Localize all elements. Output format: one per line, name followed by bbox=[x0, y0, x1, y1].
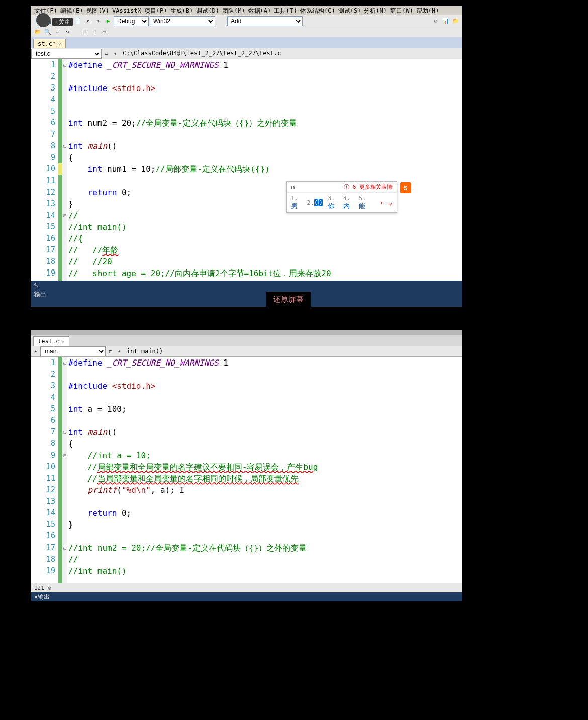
menu-item[interactable]: 项目(P) bbox=[143, 7, 168, 15]
code-line[interactable]: // short age = 20;//向内存申请2个字节=16bit位，用来存… bbox=[67, 267, 462, 279]
file-tab[interactable]: test.c × bbox=[33, 336, 69, 346]
code-line[interactable] bbox=[67, 94, 462, 106]
code-line[interactable] bbox=[67, 369, 462, 380]
code-line[interactable]: // //20 bbox=[67, 256, 462, 267]
code-line[interactable]: //{ bbox=[67, 233, 462, 244]
code-line[interactable]: int num2 = 20;//全局变量-定义在代码块（{}）之外的变量 bbox=[67, 117, 462, 129]
ime-candidate[interactable]: 1.男 bbox=[291, 194, 302, 211]
code-line[interactable]: // bbox=[67, 554, 462, 565]
menu-item[interactable]: 测试(S) bbox=[337, 7, 362, 15]
code-line[interactable]: //int main() bbox=[67, 221, 462, 233]
code-line[interactable]: #define _CRT_SECURE_NO_WARNINGS 1 bbox=[67, 357, 462, 369]
indent-icon[interactable]: ≡ bbox=[79, 28, 88, 37]
code-line[interactable] bbox=[67, 496, 462, 507]
code-editor[interactable]: 12345678910111213141516171819⊟⊟⊟#define … bbox=[31, 59, 462, 281]
nav-icon[interactable]: ↩ bbox=[53, 28, 62, 37]
menu-item[interactable]: 生成(B) bbox=[169, 7, 194, 15]
code-area[interactable]: #define _CRT_SECURE_NO_WARNINGS 1#includ… bbox=[67, 357, 462, 583]
code-line[interactable]: //int num2 = 20;//全局变量-定义在代码块（{}）之外的变量 bbox=[67, 542, 462, 554]
run-icon[interactable]: ▶ bbox=[104, 17, 113, 26]
redo-icon[interactable]: ↷ bbox=[93, 17, 103, 26]
fold-margin[interactable]: ⊟⊟⊟⊟ bbox=[62, 357, 67, 583]
platform-select[interactable]: Win32 bbox=[150, 16, 215, 26]
code-line[interactable]: #include <stdio.h> bbox=[67, 380, 462, 392]
code-line[interactable]: //int a = 10; bbox=[67, 449, 462, 461]
nav-icon[interactable]: 📂 bbox=[33, 28, 42, 37]
tool-icon[interactable]: ⚙ bbox=[431, 17, 440, 26]
code-line[interactable]: return 0; bbox=[67, 507, 462, 519]
indent-icon[interactable]: ≡ bbox=[89, 28, 99, 37]
code-line[interactable]: { bbox=[67, 152, 462, 163]
nav-btn-icon[interactable]: ⇄ bbox=[106, 347, 115, 356]
menu-item[interactable]: 分析(N) bbox=[363, 7, 388, 15]
close-icon[interactable]: × bbox=[58, 41, 61, 47]
code-line[interactable]: int num1 = 10;//局部变量-定义在代码块({}) bbox=[67, 163, 462, 175]
code-line[interactable] bbox=[67, 392, 462, 403]
code-area[interactable]: #define _CRT_SECURE_NO_WARNINGS 1#includ… bbox=[67, 59, 462, 281]
goto-icon[interactable]: ✦ bbox=[115, 347, 124, 356]
code-line[interactable]: { bbox=[67, 438, 462, 449]
tool-icon[interactable]: 📁 bbox=[451, 17, 460, 26]
comment-icon[interactable]: ▭ bbox=[100, 28, 109, 37]
menu-item[interactable]: 工具(T) bbox=[273, 7, 298, 15]
code-line[interactable] bbox=[67, 129, 462, 140]
menu-item[interactable]: 团队(M) bbox=[221, 7, 246, 15]
code-line[interactable]: //局部变量和全局变量的名字建议不要相同-容易误会，产生bug bbox=[67, 461, 462, 473]
code-line[interactable]: //int main() bbox=[67, 565, 462, 577]
ime-next-icon[interactable]: ⌄ bbox=[388, 199, 393, 206]
ime-prev-icon[interactable]: › bbox=[379, 199, 383, 206]
paste-icon[interactable]: 📄 bbox=[73, 17, 82, 26]
find-select[interactable]: Add bbox=[227, 16, 303, 26]
follow-button[interactable]: +关注 bbox=[52, 18, 73, 26]
code-line[interactable]: int main() bbox=[67, 426, 462, 438]
undo-icon[interactable]: ↶ bbox=[83, 17, 92, 26]
scope-select[interactable]: test.c bbox=[31, 49, 102, 59]
code-line[interactable]: int main() bbox=[67, 140, 462, 152]
menu-item[interactable]: VAssistX bbox=[111, 7, 142, 14]
code-line[interactable]: int a = 100; bbox=[67, 403, 462, 415]
menu-item[interactable]: 编辑(E) bbox=[59, 7, 84, 15]
menu-item[interactable]: 调试(D) bbox=[195, 7, 220, 15]
menu-item[interactable]: 数据(A) bbox=[247, 7, 272, 15]
code-line[interactable]: } bbox=[67, 198, 462, 210]
code-editor[interactable]: 12345678910111213141516171819⊟⊟⊟⊟#define… bbox=[31, 357, 462, 583]
code-line[interactable]: // bbox=[67, 210, 462, 221]
ime-candidate[interactable]: 5.能 bbox=[359, 194, 369, 211]
code-line[interactable]: //当局部变量和全局变量的名字相同的时候，局部变量优先 bbox=[67, 473, 462, 484]
ime-hint[interactable]: ⓘ 6 更多相关表情 bbox=[344, 183, 393, 191]
code-line[interactable]: printf("%d\n", a); I bbox=[67, 484, 462, 496]
ime-candidate[interactable]: 3.你 bbox=[328, 194, 338, 211]
goto-icon[interactable]: ✦ bbox=[111, 49, 120, 58]
close-icon[interactable]: × bbox=[61, 338, 65, 345]
output-panel[interactable]: 输出 bbox=[31, 290, 462, 299]
code-line[interactable]: // //年龄 bbox=[67, 244, 462, 256]
code-line[interactable] bbox=[67, 71, 462, 82]
tool-icon[interactable]: 📊 bbox=[441, 17, 450, 26]
code-line[interactable] bbox=[67, 106, 462, 117]
nav-icon[interactable]: 🔍 bbox=[43, 28, 52, 37]
fold-margin[interactable]: ⊟⊟⊟ bbox=[62, 59, 67, 281]
code-line[interactable] bbox=[67, 530, 462, 542]
menubar[interactable]: 文件(F)编辑(E)视图(V)VAssistX项目(P)生成(B)调试(D)团队… bbox=[31, 6, 462, 15]
code-line[interactable]: #define _CRT_SECURE_NO_WARNINGS 1 bbox=[67, 59, 462, 71]
nav-icon[interactable]: ↪ bbox=[63, 28, 72, 37]
scope-select[interactable]: main bbox=[40, 346, 106, 356]
ime-popup[interactable]: n ⓘ 6 更多相关表情 1.男2.ⓘ3.你4.内5.能 › ⌄ bbox=[286, 181, 397, 213]
toolbar-secondary[interactable]: 📂 🔍 ↩ ↪ ≡ ≡ ▭ bbox=[31, 27, 462, 37]
code-line[interactable]: #include <stdio.h> bbox=[67, 82, 462, 94]
ime-candidate[interactable]: 4.内 bbox=[343, 194, 354, 211]
goto-icon[interactable]: ✦ bbox=[31, 347, 40, 356]
file-tab[interactable]: st.c* × bbox=[33, 39, 66, 48]
toolbar-main[interactable]: 📄 💾 ✂ 📋 📄 ↶ ↷ ▶ Debug Win32 Add ⚙ 📊 📁 bbox=[31, 15, 462, 27]
avatar[interactable] bbox=[36, 13, 50, 27]
menu-item[interactable]: 帮助(H) bbox=[415, 7, 440, 15]
code-line[interactable]: } bbox=[67, 519, 462, 530]
output-panel[interactable]: ▪ 输出 bbox=[31, 592, 462, 601]
menu-item[interactable]: 窗口(W) bbox=[389, 7, 414, 15]
code-line[interactable] bbox=[67, 415, 462, 426]
ime-candidate[interactable]: 2.ⓘ bbox=[307, 198, 322, 207]
menu-item[interactable]: 视图(V) bbox=[85, 7, 110, 15]
nav-btn-icon[interactable]: ⇄ bbox=[102, 49, 111, 58]
config-select[interactable]: Debug bbox=[114, 16, 149, 26]
menu-item[interactable]: 体系结构(C) bbox=[299, 7, 336, 15]
